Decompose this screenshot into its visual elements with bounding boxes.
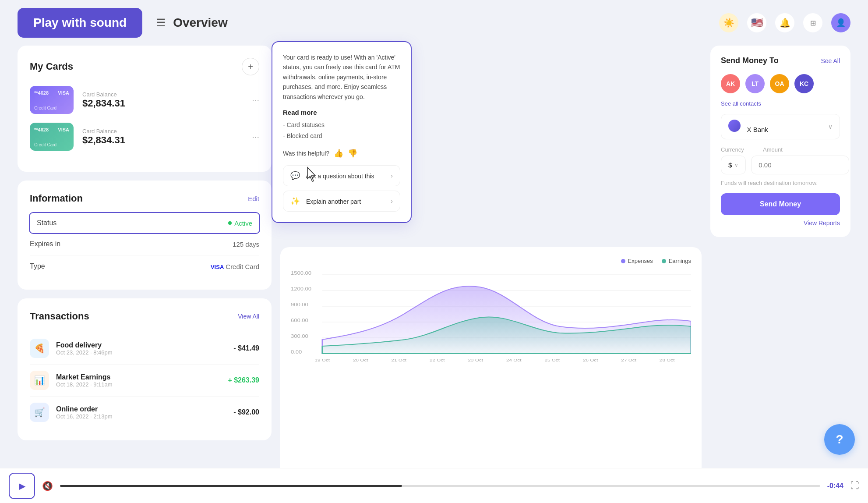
card-brand: VISA (58, 127, 69, 132)
ask-question-label: Ask a question about this (306, 173, 374, 180)
center-panel: Your card is ready to use! With an 'Acti… (272, 46, 710, 496)
chart-area: Expenses Earnings (280, 247, 702, 503)
balance-label: Card Balance (82, 128, 243, 135)
see-all-link[interactable]: See All (821, 57, 840, 64)
my-cards-section: My Cards + **4628 VISA Credit Card Card … (18, 46, 272, 172)
see-all-contacts-link[interactable]: See all contacts (721, 100, 840, 107)
transaction-amount: + $263.39 (228, 376, 259, 384)
card-info: Card Balance $2,834.31 (82, 128, 243, 146)
hamburger-icon[interactable]: ☰ (156, 17, 166, 29)
ask-question-button[interactable]: 💬 Ask a question about this › (283, 165, 400, 186)
user-avatar[interactable]: 👤 (831, 13, 850, 32)
card-visual-green[interactable]: **4628 VISA Credit Card (30, 123, 74, 151)
language-icon[interactable]: 🇺🇸 (747, 13, 766, 32)
svg-text:28 Oct: 28 Oct (660, 358, 675, 362)
send-money-title: Send Money To (721, 56, 779, 65)
transactions-title: Transactions (30, 311, 89, 322)
list-item: **4628 VISA Credit Card Card Balance $2,… (30, 86, 259, 114)
read-more-title: Read more (283, 109, 400, 116)
tooltip-body: Your card is ready to use! With an 'Acti… (283, 53, 400, 102)
read-more-items: - Card statuses - Blocked card (283, 120, 400, 142)
sparkle-icon: ✨ (290, 197, 300, 205)
explain-another-part-button[interactable]: ✨ Explain another part › (283, 191, 400, 212)
theme-toggle-icon[interactable]: ☀️ (719, 13, 738, 32)
card-menu-icon[interactable]: ··· (252, 95, 259, 105)
contact-avatar-ak[interactable]: AK (721, 74, 740, 93)
time-display: -0:44 (827, 482, 843, 490)
grid-menu-icon[interactable]: ⊞ (803, 13, 822, 32)
view-all-link[interactable]: View All (238, 313, 259, 320)
card-visual-purple[interactable]: **4628 VISA Credit Card (30, 86, 74, 114)
bank-icon (728, 120, 741, 132)
expenses-label: Expenses (628, 258, 653, 264)
svg-text:27 Oct: 27 Oct (621, 358, 636, 362)
status-value: Active (228, 220, 252, 227)
list-item: 🛒 Online order Oct 16, 2022 · 2:13pm - $… (30, 397, 259, 428)
card-type: Credit Card (34, 106, 56, 110)
play-icon: ▶ (19, 481, 25, 491)
cards-section-title: My Cards (30, 61, 73, 72)
amount-label: Amount (763, 146, 840, 153)
view-reports-link[interactable]: View Reports (721, 220, 840, 227)
edit-link[interactable]: Edit (248, 195, 259, 202)
type-row: Type VISACredit Card (30, 255, 259, 277)
chat-icon: 💬 (290, 171, 300, 180)
header-icons: ☀️ 🇺🇸 🔔 ⊞ 👤 (719, 13, 850, 32)
transactions-section: Transactions View All 🍕 Food delivery Oc… (18, 298, 272, 440)
cards-section-header: My Cards + (30, 58, 259, 75)
helpful-text: Was this helpful? (283, 150, 329, 157)
status-row: Status Active (29, 212, 260, 234)
svg-text:21 Oct: 21 Oct (391, 358, 406, 362)
main-content: My Cards + **4628 VISA Credit Card Card … (0, 46, 868, 503)
contact-avatar-lt[interactable]: LT (745, 74, 765, 93)
status-text: Active (234, 220, 252, 227)
expenses-dot (621, 259, 625, 263)
progress-bar[interactable] (60, 485, 820, 487)
add-card-button[interactable]: + (242, 58, 259, 75)
send-money-button[interactable]: Send Money (721, 193, 840, 215)
status-label: Status (37, 219, 56, 227)
explain-label: Explain another part (306, 198, 361, 205)
contacts-row: AK LT OA KC (721, 74, 840, 93)
help-fab-button[interactable]: ? (824, 424, 855, 455)
earnings-label: Earnings (669, 258, 691, 264)
expenses-legend: Expenses (621, 258, 653, 264)
svg-text:25 Oct: 25 Oct (544, 358, 560, 362)
chart-legend: Expenses Earnings (291, 258, 691, 264)
contact-avatar-oa[interactable]: OA (770, 74, 789, 93)
thumbs-up-button[interactable]: 👍 (334, 149, 343, 158)
helpful-row: Was this helpful? 👍 👎 (283, 149, 400, 158)
visa-brand: VISA (211, 264, 224, 270)
online-order-icon: 🛒 (30, 403, 49, 422)
notifications-icon[interactable]: 🔔 (775, 13, 794, 32)
help-icon: ? (836, 432, 843, 446)
fullscreen-button[interactable]: ⛶ (850, 481, 859, 491)
bank-selector[interactable]: X Bank ∨ (721, 114, 840, 139)
food-delivery-icon: 🍕 (30, 339, 49, 358)
list-item: 🍕 Food delivery Oct 23, 2022 · 8:46pm - … (30, 333, 259, 365)
tooltip-popup: Your card is ready to use! With an 'Acti… (272, 41, 412, 223)
contact-avatar-kc[interactable]: KC (794, 74, 814, 93)
amount-input[interactable] (751, 156, 849, 174)
list-item: **4628 VISA Credit Card Card Balance $2,… (30, 123, 259, 151)
currency-chevron-icon: ∨ (734, 162, 738, 168)
card-type: Credit Card (34, 142, 56, 147)
balance-amount: $2,834.31 (82, 98, 243, 109)
sound-toggle-button[interactable]: 🔇 (42, 481, 53, 491)
svg-text:22 Oct: 22 Oct (430, 358, 445, 362)
currency-selector[interactable]: $ ∨ (721, 156, 746, 174)
currency-label: Currency (721, 146, 759, 153)
thumbs-down-button[interactable]: 👎 (348, 149, 357, 158)
transaction-amount: - $41.49 (233, 344, 259, 352)
svg-text:20 Oct: 20 Oct (353, 358, 368, 362)
play-pause-button[interactable]: ▶ (9, 473, 35, 499)
expires-value: 125 days (233, 241, 259, 248)
currency-symbol: $ (728, 161, 732, 169)
card-menu-icon[interactable]: ··· (252, 132, 259, 142)
left-panel: My Cards + **4628 VISA Credit Card Card … (18, 46, 272, 496)
transaction-date: Oct 16, 2022 · 2:13pm (56, 413, 226, 420)
earnings-dot (662, 259, 666, 263)
chevron-down-icon: ∨ (828, 123, 833, 130)
funds-note: Funds will reach destination tomorrow. (721, 180, 840, 186)
play-with-sound-button[interactable]: Play with sound (18, 8, 142, 38)
